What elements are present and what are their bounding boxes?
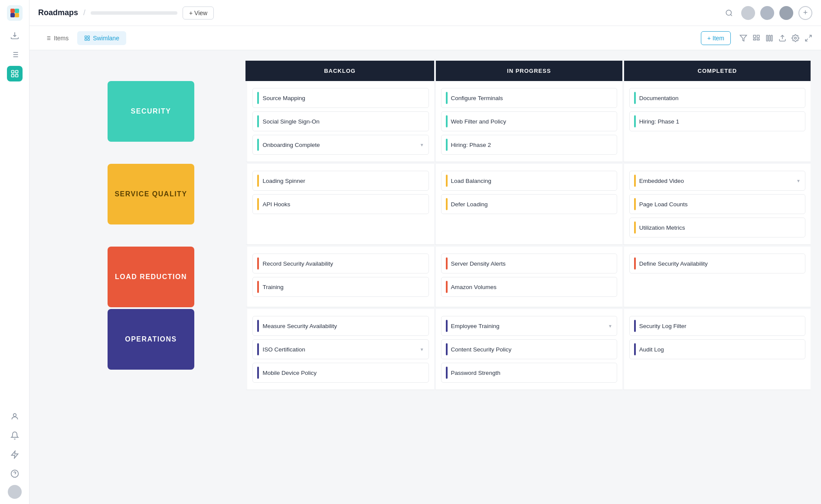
item-card[interactable]: Content Security Policy — [441, 339, 617, 359]
svg-rect-37 — [771, 35, 772, 41]
item-card[interactable]: Configure Terminals — [441, 88, 617, 108]
item-card[interactable]: Record Security Availability — [252, 254, 428, 273]
svg-line-40 — [809, 35, 811, 37]
tab-items-label: Items — [54, 35, 69, 42]
item-card[interactable]: Mobile Device Policy — [252, 363, 428, 383]
user-avatar-1[interactable] — [741, 6, 755, 20]
swimlane-row-load_reduction: LOAD REDUCTIONRecord Security Availabili… — [108, 247, 811, 307]
item-color-dot — [257, 115, 259, 127]
item-card[interactable]: Loading Spinner — [252, 171, 428, 191]
svg-point-18 — [726, 10, 731, 15]
item-card[interactable]: Audit Log — [629, 339, 805, 359]
tab-items[interactable]: Items — [38, 31, 75, 45]
filter-icon[interactable] — [739, 34, 747, 42]
item-color-dot — [257, 281, 259, 293]
sidebar-icon-bell[interactable] — [7, 428, 23, 443]
svg-rect-12 — [11, 75, 14, 77]
expand-icon[interactable] — [805, 34, 812, 42]
chevron-down-icon[interactable]: ▼ — [608, 324, 612, 328]
item-label: Amazon Volumes — [451, 284, 612, 290]
item-card[interactable]: Employee Training▼ — [441, 316, 617, 336]
item-label: ISO Certification — [262, 346, 416, 353]
svg-marker-30 — [740, 35, 747, 41]
item-color-dot — [634, 320, 636, 332]
chevron-down-icon[interactable]: ▼ — [420, 143, 424, 147]
columns-icon[interactable] — [765, 34, 773, 42]
item-color-dot — [446, 139, 448, 151]
item-label: Record Security Availability — [262, 260, 424, 267]
layout-icon[interactable] — [752, 34, 760, 42]
item-card[interactable]: Security Log Filter — [629, 316, 805, 336]
item-card[interactable]: Password Strength — [441, 363, 617, 383]
item-card[interactable]: Documentation — [629, 88, 805, 108]
svg-rect-10 — [11, 71, 14, 73]
item-card[interactable]: Utilization Metrics — [629, 218, 805, 237]
item-color-dot — [634, 115, 636, 127]
item-list-load_reduction-completed: Define Security Availability — [629, 254, 805, 273]
item-color-dot — [257, 257, 259, 270]
chevron-down-icon[interactable]: ▼ — [796, 179, 801, 183]
app-logo[interactable] — [7, 5, 23, 21]
item-card[interactable]: Training — [252, 277, 428, 297]
item-card[interactable]: Embedded Video▼ — [629, 171, 805, 191]
item-label: Social Single Sign-On — [262, 118, 424, 125]
item-label: Load Balancing — [451, 178, 612, 184]
item-card[interactable]: Page Load Counts — [629, 194, 805, 214]
item-list-load_reduction-inprogress: Server Density AlertsAmazon Volumes — [441, 254, 617, 297]
sidebar-icon-help[interactable] — [7, 466, 23, 481]
items-cell-operations-backlog: Measure Security AvailabilityISO Certifi… — [245, 309, 434, 390]
svg-rect-3 — [15, 13, 19, 17]
item-color-dot — [257, 175, 259, 187]
item-card[interactable]: Amazon Volumes — [441, 277, 617, 297]
item-card[interactable]: Source Mapping — [252, 88, 428, 108]
item-card[interactable]: Onboarding Complete▼ — [252, 135, 428, 155]
search-icon[interactable] — [722, 6, 736, 20]
items-cell-load_reduction-backlog: Record Security AvailabilityTraining — [245, 247, 434, 307]
sidebar-icon-list[interactable] — [7, 47, 23, 62]
item-card[interactable]: Define Security Availability — [629, 254, 805, 273]
svg-point-39 — [795, 37, 797, 39]
item-label: Training — [262, 284, 424, 290]
items-cell-operations-completed: Security Log FilterAudit Log — [622, 309, 811, 390]
item-card[interactable]: Defer Loading — [441, 194, 617, 214]
user-avatar-2[interactable] — [760, 6, 774, 20]
item-card[interactable]: API Hooks — [252, 194, 428, 214]
item-card[interactable]: Server Density Alerts — [441, 254, 617, 273]
swimlane-row-operations: OPERATIONSMeasure Security AvailabilityI… — [108, 309, 811, 390]
tab-swimlane[interactable]: Swimlane — [77, 31, 126, 45]
item-color-dot — [446, 281, 448, 293]
export-icon[interactable] — [778, 34, 786, 42]
item-card[interactable]: Measure Security Availability — [252, 316, 428, 336]
item-card[interactable]: Hiring: Phase 1 — [629, 111, 805, 131]
item-card[interactable]: Web Filter and Policy — [441, 111, 617, 131]
svg-rect-13 — [15, 75, 18, 77]
sidebar-icon-people[interactable] — [7, 409, 23, 424]
item-color-dot — [257, 343, 259, 355]
item-card[interactable]: Hiring: Phase 2 — [441, 135, 617, 155]
item-card[interactable]: Social Single Sign-On — [252, 111, 428, 131]
item-label: Documentation — [639, 95, 801, 101]
item-label: Security Log Filter — [639, 323, 801, 329]
sidebar-icon-download[interactable] — [7, 28, 23, 43]
sidebar-icon-lightning[interactable] — [7, 447, 23, 462]
lane-label-service_quality: SERVICE QUALITY — [108, 164, 245, 245]
settings-icon[interactable] — [792, 34, 799, 42]
item-color-dot — [257, 320, 259, 332]
chevron-down-icon[interactable]: ▼ — [420, 347, 424, 352]
item-card[interactable]: ISO Certification▼ — [252, 339, 428, 359]
sidebar-icon-roadmap[interactable] — [7, 66, 23, 81]
add-user-button[interactable]: + — [798, 6, 812, 20]
swimlane-table: BACKLOG IN PROGRESS COMPLETED SECURITYSo… — [108, 61, 811, 392]
item-list-service_quality-completed: Embedded Video▼Page Load CountsUtilizati… — [629, 171, 805, 237]
user-avatar-3[interactable] — [779, 6, 793, 20]
view-button[interactable]: + View — [183, 7, 214, 20]
svg-line-41 — [805, 39, 808, 41]
item-label: Hiring: Phase 1 — [639, 118, 801, 125]
user-avatar[interactable] — [8, 485, 22, 499]
items-cell-service_quality-inprogress: Load BalancingDefer Loading — [434, 164, 622, 245]
item-card[interactable]: Load Balancing — [441, 171, 617, 191]
item-list-security-backlog: Source MappingSocial Single Sign-OnOnboa… — [252, 88, 428, 155]
add-item-button[interactable]: + Item — [701, 31, 731, 45]
item-list-security-completed: DocumentationHiring: Phase 1 — [629, 88, 805, 131]
item-label: Onboarding Complete — [262, 142, 416, 148]
